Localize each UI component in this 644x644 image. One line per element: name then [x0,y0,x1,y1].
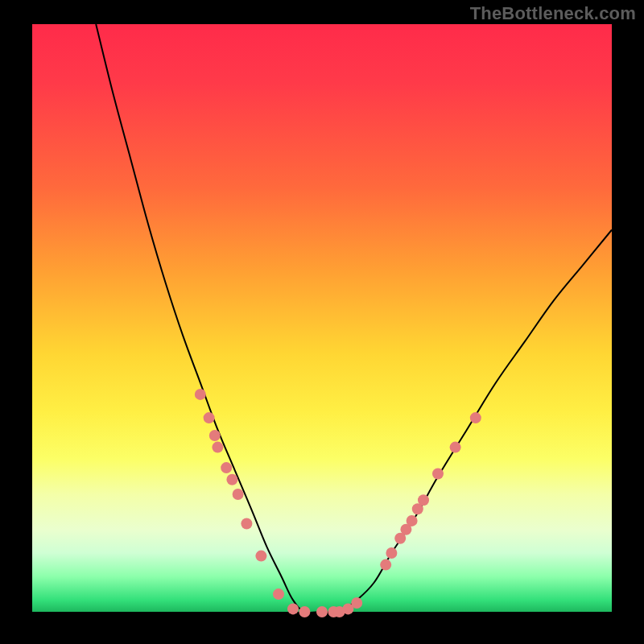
data-marker [407,515,418,526]
data-marker [299,606,310,617]
data-marker [209,430,221,441]
data-marker [316,606,328,617]
data-marker [212,442,223,453]
plot-area [32,24,612,612]
data-marker [418,494,429,506]
bottleneck-curve [96,24,612,613]
markers-group [195,389,481,617]
data-marker [450,442,461,453]
data-marker [386,547,397,559]
data-marker [226,474,237,485]
data-marker [204,412,215,423]
data-marker [233,489,244,500]
data-marker [241,518,252,530]
chart-frame: TheBottleneck.com [0,0,644,644]
data-marker [221,462,232,473]
chart-svg [32,24,612,612]
data-marker [470,412,481,423]
data-marker [432,469,444,480]
data-marker [195,389,206,400]
data-marker [287,603,299,614]
data-marker [255,551,266,562]
data-marker [273,588,284,600]
data-marker [380,559,391,571]
data-marker [351,597,362,609]
watermark-text: TheBottleneck.com [470,3,636,24]
